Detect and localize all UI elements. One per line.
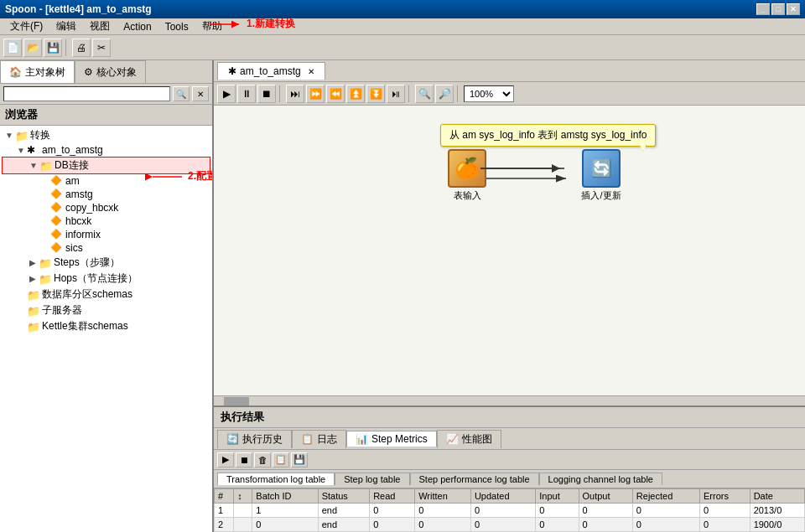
tab-step-metrics[interactable]: 📊 Step Metrics xyxy=(346,431,437,447)
sub-tab-transform-log[interactable]: Transformation log table xyxy=(217,473,335,485)
tab-am-to-amstg[interactable]: ✱ am_to_amstg ✕ xyxy=(217,62,325,80)
tree-expander-db[interactable]: ▼ xyxy=(28,160,39,172)
toolbar-cut[interactable]: ✂ xyxy=(92,39,111,57)
exec-stop-btn[interactable]: ⏹ xyxy=(236,452,252,467)
tree-node-amstg[interactable]: 🔶 amstg xyxy=(2,188,210,201)
menu-view[interactable]: 视图 xyxy=(83,18,117,35)
sidebar-tabs: 🏠 主对象树 ⚙ 核心对象 xyxy=(0,60,212,84)
exec-run-btn[interactable]: ▶ xyxy=(217,452,234,467)
table-cell: 0 xyxy=(252,518,318,532)
table-cell: 1 xyxy=(215,504,234,518)
tab-close-icon[interactable]: ✕ xyxy=(308,67,314,76)
table-cell: 2013/0 xyxy=(750,504,804,518)
table-cell: 0 xyxy=(700,518,750,532)
menu-help[interactable]: 帮助 xyxy=(195,18,229,35)
log-icon: 📋 xyxy=(301,433,314,445)
run-step-button[interactable]: ⏩ xyxy=(306,85,325,103)
table-cell: 0 xyxy=(632,518,699,532)
folder-icon-steps: 📁 xyxy=(39,257,52,269)
tree-expander-steps[interactable]: ▶ xyxy=(27,257,39,269)
tree-expander-am[interactable]: ▼ xyxy=(15,144,27,156)
run-button[interactable]: ▶ xyxy=(217,85,236,103)
tree-node-db-connect[interactable]: ▼ 📁 DB连接 xyxy=(2,157,210,174)
preview-button[interactable]: ⏭ xyxy=(286,85,304,103)
tree-expander-transform[interactable]: ▼ xyxy=(3,130,15,142)
menu-bar: 文件(F) 编辑 视图 Action Tools 帮助 1.新建转换 xyxy=(0,18,805,35)
tree-node-informix[interactable]: 🔶 informix xyxy=(2,228,210,241)
tree-node-steps[interactable]: ▶ 📁 Steps（步骤） xyxy=(2,255,210,271)
tree-node-am[interactable]: 🔶 am xyxy=(2,174,210,188)
tab-main-objects[interactable]: 🏠 主对象树 xyxy=(0,60,75,83)
tree-node-copy-hbcxk[interactable]: 🔶 copy_hbcxk xyxy=(2,201,210,214)
menu-file[interactable]: 文件(F) xyxy=(3,18,49,35)
toolbar-new[interactable]: 📄 xyxy=(3,39,22,57)
folder-icon-sub-server: 📁 xyxy=(27,305,40,317)
col-header-sort[interactable]: ↕ xyxy=(234,489,252,504)
sub-tab-step-perf-log[interactable]: Step performance log table xyxy=(410,473,539,485)
maximize-button[interactable]: □ xyxy=(771,3,785,15)
step-icon-insert-update[interactable]: 🔄 xyxy=(582,149,621,188)
log-table-scroll[interactable]: # ↕ Batch ID Status Read Written Updated… xyxy=(214,488,805,532)
zoom-out-button[interactable]: 🔎 xyxy=(435,85,454,103)
col-header-batch-id: Batch ID xyxy=(252,489,318,504)
canvas-scrollbar-h[interactable] xyxy=(214,395,805,405)
step-node-table-input[interactable]: 🍊 表输入 xyxy=(440,149,494,202)
tab-core-objects[interactable]: ⚙ 核心对象 xyxy=(75,60,146,83)
sub-tab-step-log[interactable]: Step log table xyxy=(335,473,409,485)
scrollbar-thumb-h[interactable] xyxy=(224,397,249,405)
col-header-input: Input xyxy=(536,489,579,504)
tree-node-am-to-amstg[interactable]: ▼ ✱ am_to_amstg xyxy=(2,143,210,157)
tree-node-sub-server[interactable]: 📁 子服务器 xyxy=(2,302,210,318)
tree-node-hbcxk[interactable]: 🔶 hbcxk xyxy=(2,214,210,228)
step-node-insert-update[interactable]: 🔄 插入/更新 xyxy=(574,149,628,202)
table-cell: end xyxy=(318,518,369,532)
tree-node-kettle-cluster[interactable]: 📁 Kettle集群schemas xyxy=(2,318,210,334)
col-header-read: Read xyxy=(370,489,415,504)
search-clear-button[interactable]: ✕ xyxy=(192,86,209,101)
tab-icon-am: ✱ xyxy=(228,65,236,77)
stop-button[interactable]: ⏹ xyxy=(257,85,276,103)
table-row: 11end00000002013/0 xyxy=(215,504,805,518)
file-icon-hbcxk: 🔶 xyxy=(50,215,64,227)
col-header-written: Written xyxy=(415,489,471,504)
sub-tab-logging-channel[interactable]: Logging channel log table xyxy=(539,473,662,485)
step-label-insert-update: 插入/更新 xyxy=(581,189,621,202)
col-header-rejected: Rejected xyxy=(632,489,699,504)
up-button[interactable]: ⏫ xyxy=(346,85,365,103)
tree-node-sics[interactable]: 🔶 sics xyxy=(2,241,210,255)
down-button[interactable]: ⏬ xyxy=(366,85,385,103)
toolbar-open[interactable]: 📂 xyxy=(23,39,42,57)
menu-edit[interactable]: 编辑 xyxy=(49,18,83,35)
menu-tools[interactable]: Tools xyxy=(158,19,195,34)
col-header-updated: Updated xyxy=(470,489,535,504)
toolbar-print[interactable]: 🖨 xyxy=(72,39,91,57)
tab-log[interactable]: 📋 日志 xyxy=(292,430,346,448)
replay-button[interactable]: ⏯ xyxy=(387,85,405,103)
close-button[interactable]: ✕ xyxy=(787,3,800,15)
exec-title: 执行结果 xyxy=(214,407,805,428)
tree-node-transform[interactable]: ▼ 📁 转换 xyxy=(2,127,210,143)
canvas-sep1 xyxy=(279,85,283,102)
pause-button[interactable]: ⏸ xyxy=(237,85,256,103)
exec-clear-btn[interactable]: 🗑 xyxy=(254,452,271,467)
search-button[interactable]: 🔍 xyxy=(173,86,190,101)
tab-perf-chart[interactable]: 📈 性能图 xyxy=(437,430,501,448)
tree-node-db-schemas[interactable]: 📁 数据库分区schemas xyxy=(2,287,210,302)
table-input-icon: 🍊 xyxy=(454,157,480,180)
back-button[interactable]: ⏪ xyxy=(326,85,345,103)
tab-exec-history[interactable]: 🔄 执行历史 xyxy=(217,430,292,448)
exec-save-btn[interactable]: 💾 xyxy=(291,452,308,467)
file-icon-am: 🔶 xyxy=(50,175,64,187)
zoom-in-button[interactable]: 🔍 xyxy=(415,85,434,103)
folder-icon-db-schemas: 📁 xyxy=(27,289,40,301)
menu-action[interactable]: Action xyxy=(117,19,158,34)
tree-expander-hops[interactable]: ▶ xyxy=(27,273,39,285)
toolbar-save[interactable]: 💾 xyxy=(44,39,62,57)
content-tabs: ✱ am_to_amstg ✕ xyxy=(214,60,805,82)
tab-core-objects-icon: ⚙ xyxy=(84,66,93,78)
zoom-select[interactable]: 50% 75% 100% 150% 200% xyxy=(464,85,514,102)
search-input[interactable] xyxy=(3,86,170,101)
minimize-button[interactable]: _ xyxy=(756,3,770,15)
tree-node-hops[interactable]: ▶ 📁 Hops（节点连接） xyxy=(2,271,210,287)
exec-copy-btn[interactable]: 📋 xyxy=(273,452,289,467)
